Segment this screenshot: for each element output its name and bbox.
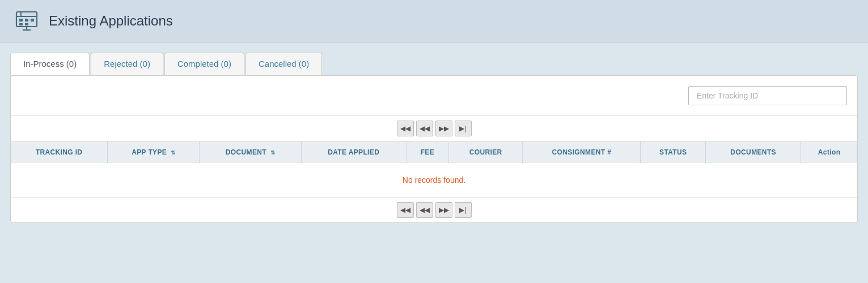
bottom-next-page-button[interactable]: ▶▶ bbox=[435, 202, 452, 218]
no-records-message: No records found. bbox=[11, 163, 857, 197]
col-documents: DOCUMENTS bbox=[706, 142, 801, 163]
col-fee: FEE bbox=[406, 142, 448, 163]
table-header-row: TRACKING ID APP TYPE ⇅ DOCUMENT ⇅ DATE A… bbox=[11, 142, 857, 163]
content-area: In-Process (0) Rejected (0) Completed (0… bbox=[0, 42, 868, 233]
col-app-type: APP TYPE ⇅ bbox=[108, 142, 200, 163]
last-page-button[interactable]: ▶| bbox=[455, 121, 472, 136]
tab-in-process[interactable]: In-Process (0) bbox=[10, 53, 90, 75]
bottom-last-page-button[interactable]: ▶| bbox=[455, 202, 472, 218]
applications-table: TRACKING ID APP TYPE ⇅ DOCUMENT ⇅ DATE A… bbox=[11, 142, 857, 197]
page-header: Existing Applications bbox=[0, 0, 868, 42]
col-courier: COURIER bbox=[448, 142, 522, 163]
bottom-pagination: ◀◀ ◀◀ ▶▶ ▶| bbox=[11, 197, 857, 222]
svg-rect-6 bbox=[19, 23, 23, 25]
bottom-first-page-button[interactable]: ◀◀ bbox=[397, 202, 414, 218]
table-container: ◀◀ ◀◀ ▶▶ ▶| TRACKING ID APP TYPE ⇅ DOCUM… bbox=[10, 75, 858, 223]
svg-rect-7 bbox=[25, 23, 28, 25]
next-page-button[interactable]: ▶▶ bbox=[435, 121, 452, 136]
header-icon bbox=[14, 8, 40, 34]
page-title: Existing Applications bbox=[49, 13, 173, 29]
col-status: STATUS bbox=[641, 142, 706, 163]
tracking-id-search-input[interactable] bbox=[688, 86, 847, 105]
tab-cancelled[interactable]: Cancelled (0) bbox=[245, 53, 322, 75]
document-sort-icon[interactable]: ⇅ bbox=[270, 149, 275, 156]
col-document: DOCUMENT ⇅ bbox=[200, 142, 301, 163]
app-type-sort-icon[interactable]: ⇅ bbox=[171, 149, 175, 156]
prev-page-button[interactable]: ◀◀ bbox=[416, 121, 433, 136]
tabs-bar: In-Process (0) Rejected (0) Completed (0… bbox=[10, 53, 858, 75]
col-action: Action bbox=[801, 142, 857, 163]
svg-rect-5 bbox=[31, 19, 34, 22]
search-row bbox=[11, 76, 857, 116]
tab-completed[interactable]: Completed (0) bbox=[164, 53, 244, 75]
tab-rejected[interactable]: Rejected (0) bbox=[91, 53, 163, 75]
top-pagination: ◀◀ ◀◀ ▶▶ ▶| bbox=[11, 116, 857, 142]
bottom-prev-page-button[interactable]: ◀◀ bbox=[416, 202, 433, 218]
svg-rect-3 bbox=[19, 19, 23, 22]
svg-rect-4 bbox=[25, 19, 28, 22]
first-page-button[interactable]: ◀◀ bbox=[397, 121, 414, 136]
no-records-row: No records found. bbox=[11, 163, 857, 197]
col-tracking-id: TRACKING ID bbox=[11, 142, 108, 163]
col-date-applied: DATE APPLIED bbox=[301, 142, 406, 163]
col-consignment: CONSIGNMENT # bbox=[523, 142, 641, 163]
